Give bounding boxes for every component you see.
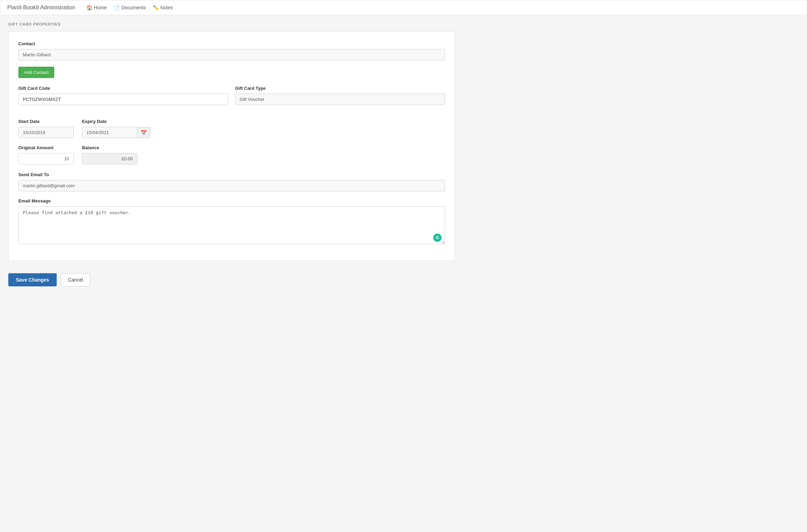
nav-documents-label: Documents [121,5,146,10]
dates-row: Start Date Expiry Date 📅 [18,119,445,138]
balance-input [82,153,137,164]
send-email-label: Send Email To [18,172,445,177]
amounts-row: Original Amount Balance [18,145,445,164]
cancel-button[interactable]: Cancel [61,273,91,286]
gift-card-properties-card: Contact Add Contact Gift Card Code Gift … [8,31,455,261]
nav-links: 🏠 Home 📄 Documents ✏️ Notes [86,5,173,10]
grammarly-icon: G [433,234,442,242]
email-message-group: Email Message Please find attached a £10… [18,198,445,245]
nav-documents[interactable]: 📄 Documents [114,5,146,10]
nav-notes-label: Notes [160,5,173,10]
documents-icon: 📄 [114,5,120,10]
send-email-group: Send Email To [18,172,445,191]
expiry-date-label: Expiry Date [82,119,150,124]
page-content: GIFT CARD PROPERTIES Contact Add Contact… [0,15,463,295]
gift-card-code-group: Gift Card Code [18,86,228,105]
gift-card-type-group: Gift Card Type [235,86,445,105]
code-type-row: Gift Card Code Gift Card Type [18,86,445,112]
nav-notes[interactable]: ✏️ Notes [153,5,173,10]
start-date-group: Start Date [18,119,74,138]
home-icon: 🏠 [86,5,92,10]
save-changes-button[interactable]: Save Changes [8,273,57,286]
original-amount-input[interactable] [18,153,74,164]
action-bar: Save Changes Cancel [8,268,455,288]
start-date-label: Start Date [18,119,74,124]
gift-card-type-label: Gift Card Type [235,86,445,91]
nav-home-label: Home [94,5,107,10]
email-message-textarea[interactable]: Please find attached a £10 gift voucher. [18,206,445,244]
brand-name: PlanIt-BookIt Administration [7,4,75,11]
start-date-input[interactable] [18,127,74,138]
calendar-icon: 📅 [141,130,147,135]
notes-icon: ✏️ [153,5,159,10]
email-message-wrap: Please find attached a £10 gift voucher.… [18,206,445,245]
original-amount-label: Original Amount [18,145,74,150]
calendar-button[interactable]: 📅 [137,127,150,138]
balance-group: Balance [82,145,137,164]
send-email-input[interactable] [18,180,445,191]
add-contact-button[interactable]: Add Contact [18,67,54,78]
original-amount-group: Original Amount [18,145,74,164]
contact-group: Contact [18,41,445,60]
balance-label: Balance [82,145,137,150]
nav-home[interactable]: 🏠 Home [86,5,107,10]
contact-label: Contact [18,41,445,46]
expiry-date-input-wrap: 📅 [82,127,150,138]
gift-card-code-input[interactable] [18,94,228,105]
email-message-label: Email Message [18,198,445,203]
top-navigation: PlanIt-BookIt Administration 🏠 Home 📄 Do… [0,0,807,15]
expiry-date-group: Expiry Date 📅 [82,119,150,138]
start-date-input-wrap [18,127,74,138]
gift-card-code-label: Gift Card Code [18,86,228,91]
gift-card-type-input[interactable] [235,94,445,105]
expiry-date-input[interactable] [82,127,137,138]
section-title: GIFT CARD PROPERTIES [8,22,455,26]
contact-input[interactable] [18,49,445,60]
